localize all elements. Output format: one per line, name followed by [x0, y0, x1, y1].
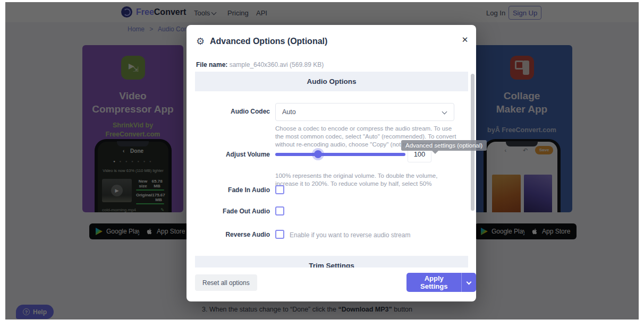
adjust-volume-help: 100% represents the original volume. To …: [275, 172, 459, 188]
fade-out-checkbox[interactable]: [275, 206, 284, 215]
volume-slider-thumb[interactable]: [314, 150, 322, 158]
audio-codec-select[interactable]: Auto: [275, 103, 454, 121]
file-name-row: File name: sample_640x360.avi (569.89 KB…: [196, 61, 324, 68]
adjust-volume-label: Adjust Volume: [195, 151, 270, 158]
reset-all-options-button[interactable]: Reset all options: [195, 274, 257, 291]
page-background: FreeConvert Tools Pricing API Log In Sig…: [5, 2, 639, 320]
reverse-audio-note: Enable if you want to reverse audio stre…: [290, 231, 410, 239]
fade-in-label: Fade In Audio: [195, 186, 270, 194]
phone-notch: [506, 141, 538, 146]
advanced-options-modal: ⚙ Advanced Options (Optional) ✕ File nam…: [187, 25, 476, 301]
trim-settings-section-header: Trim Settings: [195, 256, 468, 267]
modal-title: Advanced Options (Optional): [210, 37, 327, 46]
fade-in-checkbox[interactable]: [275, 185, 284, 194]
reverse-audio-checkbox[interactable]: [275, 230, 284, 239]
close-icon[interactable]: ✕: [459, 33, 471, 46]
audio-codec-value: Auto: [282, 108, 296, 116]
fade-out-label: Fade Out Audio: [195, 208, 270, 215]
advanced-settings-tooltip: Advanced settings (optional): [401, 140, 487, 151]
file-name-label: File name:: [196, 61, 227, 68]
apply-settings-button[interactable]: Apply Settings: [406, 273, 461, 292]
apply-settings-split-button: Apply Settings: [406, 273, 476, 292]
chevron-down-icon: [467, 279, 472, 284]
gear-icon: ⚙: [196, 36, 205, 47]
apply-settings-dropdown-button[interactable]: [461, 273, 476, 292]
phone-notch: [117, 141, 149, 146]
audio-options-section-header: Audio Options: [195, 72, 468, 91]
modal-scrollbar: [471, 72, 474, 267]
audio-codec-label: Audio Codec: [195, 108, 270, 115]
chevron-down-icon: [442, 109, 447, 115]
volume-slider[interactable]: [275, 153, 405, 156]
reverse-audio-label: Reverse Audio: [195, 231, 270, 238]
file-name-value: sample_640x360.avi (569.89 KB): [227, 61, 324, 68]
modal-scroll-area: Audio Options Audio Codec Auto Choose a …: [195, 72, 468, 267]
